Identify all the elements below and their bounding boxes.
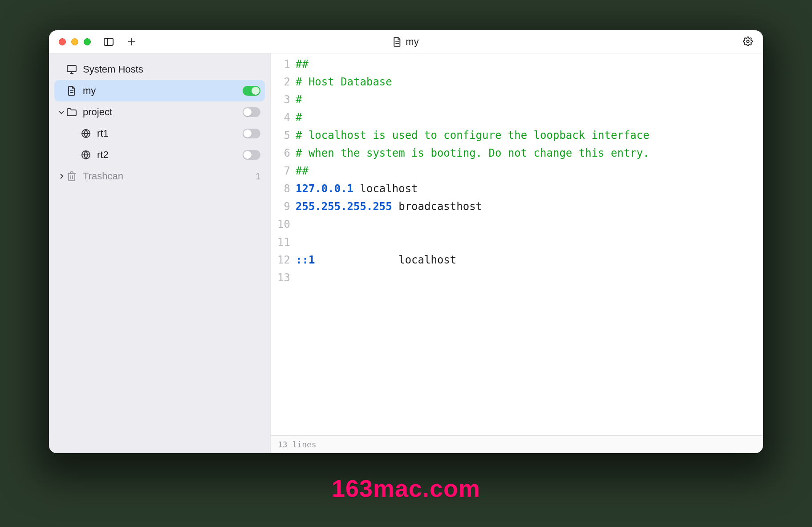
code-line[interactable] <box>296 269 756 287</box>
line-number: 11 <box>271 233 290 251</box>
status-text: 13 lines <box>278 440 317 449</box>
line-number: 3 <box>271 91 290 109</box>
enable-toggle[interactable] <box>243 129 260 138</box>
editor-pane: 12345678910111213 ### Host Database### l… <box>271 53 763 453</box>
minimize-window-button[interactable] <box>71 38 78 45</box>
gear-icon <box>743 36 753 46</box>
line-gutter: 12345678910111213 <box>271 55 296 435</box>
enable-toggle[interactable] <box>243 107 260 117</box>
line-number: 2 <box>271 73 290 91</box>
settings-button[interactable] <box>742 35 754 48</box>
window-title: my <box>393 36 418 48</box>
enable-toggle[interactable] <box>243 150 260 160</box>
toggle-sidebar-button[interactable] <box>102 36 115 48</box>
svg-rect-0 <box>104 38 113 45</box>
code-line[interactable]: ## <box>296 162 756 180</box>
code-line[interactable]: 127.0.0.1 localhost <box>296 180 756 198</box>
code-line[interactable]: # localhost is used to configure the loo… <box>296 126 756 144</box>
chevron-down-icon[interactable] <box>57 109 66 115</box>
line-number: 6 <box>271 144 290 162</box>
sidebar-item-rt2[interactable]: rt2 <box>54 144 265 166</box>
code-editor[interactable]: 12345678910111213 ### Host Database### l… <box>271 53 763 435</box>
code-line[interactable]: # when the system is booting. Do not cha… <box>296 144 756 162</box>
sidebar-item-label: System Hosts <box>83 64 260 75</box>
trash-count: 1 <box>256 171 260 182</box>
code-line[interactable]: # <box>296 91 756 109</box>
code-line[interactable]: ::1 localhost <box>296 251 756 269</box>
titlebar: my <box>49 30 763 53</box>
plus-icon <box>128 38 136 46</box>
sidebar-item-rt1[interactable]: rt1 <box>54 123 265 144</box>
sidebar-item-project[interactable]: project <box>54 101 265 123</box>
line-number: 10 <box>271 215 290 233</box>
line-number: 13 <box>271 269 290 287</box>
app-window: my <box>49 30 763 453</box>
line-number: 12 <box>271 251 290 269</box>
sidebar-item-system-hosts[interactable]: System Hosts <box>54 59 265 80</box>
code-line[interactable] <box>296 233 756 251</box>
line-number: 4 <box>271 109 290 126</box>
code-line[interactable]: # Host Database <box>296 73 756 91</box>
svg-point-6 <box>747 40 749 43</box>
folder-icon <box>66 106 77 118</box>
status-bar: 13 lines <box>271 435 763 453</box>
line-number: 5 <box>271 126 290 144</box>
zoom-window-button[interactable] <box>84 38 91 45</box>
code-line[interactable]: ## <box>296 55 756 73</box>
trash-icon <box>66 170 77 182</box>
sidebar-item-trashcan[interactable]: Trashcan 1 <box>54 166 265 187</box>
file-icon <box>393 37 401 47</box>
window-title-text: my <box>406 36 418 48</box>
sidebar: System Hosts my <box>49 53 271 453</box>
globe-icon <box>80 149 92 161</box>
code-content[interactable]: ### Host Database### localhost is used t… <box>296 55 763 435</box>
sidebar-item-label: rt1 <box>97 128 243 139</box>
sidebar-item-label: rt2 <box>97 149 243 161</box>
line-number: 9 <box>271 198 290 215</box>
sidebar-item-label: Trashcan <box>83 170 251 182</box>
sidebar-icon <box>104 38 114 46</box>
file-icon <box>66 85 77 97</box>
line-number: 1 <box>271 55 290 73</box>
code-line[interactable]: 255.255.255.255 broadcasthost <box>296 198 756 215</box>
enable-toggle[interactable] <box>243 86 260 96</box>
globe-icon <box>80 128 92 139</box>
monitor-icon <box>66 64 77 75</box>
chevron-right-icon[interactable] <box>57 173 66 179</box>
sidebar-item-label: my <box>83 85 243 97</box>
sidebar-item-label: project <box>83 106 243 118</box>
close-window-button[interactable] <box>59 38 66 45</box>
svg-rect-7 <box>67 65 76 72</box>
code-line[interactable] <box>296 215 756 233</box>
line-number: 8 <box>271 180 290 198</box>
line-number: 7 <box>271 162 290 180</box>
sidebar-item-my[interactable]: my <box>54 80 265 101</box>
watermark-text: 163mac.com <box>332 474 480 502</box>
window-controls <box>49 38 91 45</box>
add-button[interactable] <box>126 36 138 48</box>
code-line[interactable]: # <box>296 109 756 126</box>
